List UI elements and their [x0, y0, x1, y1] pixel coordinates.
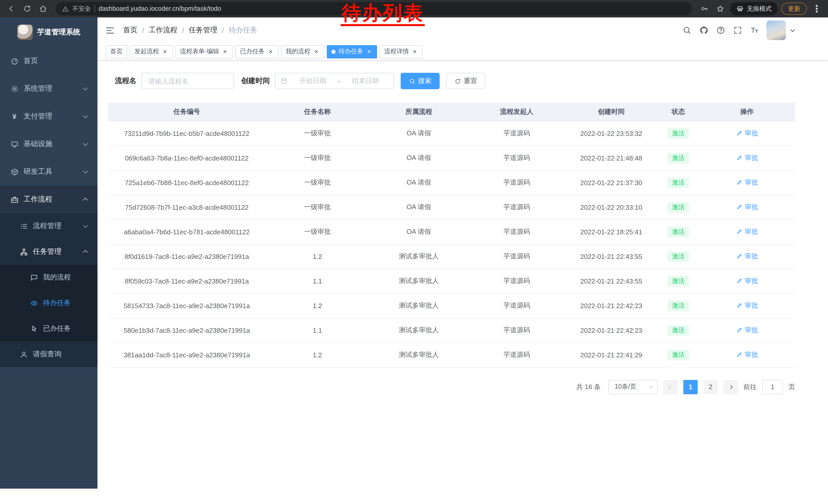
home-icon[interactable]: [37, 3, 49, 15]
kebab-menu-icon[interactable]: [811, 3, 823, 15]
tab-home[interactable]: 首页: [106, 45, 127, 58]
table-row: 580e1b3d-7ac8-11ec-a9e2-a2380e71991a1.1测…: [108, 318, 795, 342]
sidebar: 芋道管理系统 首页系统管理¥支付管理基础设施研发工具工作流程流程管理任务管理我的…: [0, 17, 97, 489]
cell-task-id: 73211d9d-7b9b-11ec-b5b7-acde48001122: [108, 121, 266, 146]
cell-task-name: 1.2: [266, 293, 369, 318]
tab-close-icon[interactable]: ×: [222, 48, 228, 55]
tabs-bar: 首页发起流程×流程表单-编辑×已办任务×我的流程×待办任务×流程详情×: [97, 43, 828, 60]
flow-icon: [19, 248, 28, 256]
approve-link[interactable]: 审批: [736, 301, 758, 310]
chevron-down-icon: [649, 384, 653, 388]
approve-link[interactable]: 审批: [736, 326, 758, 335]
sidebar-item-system[interactable]: 系统管理: [0, 75, 97, 102]
tab-close-icon[interactable]: ×: [267, 48, 274, 55]
breadcrumb-item[interactable]: 工作流程: [149, 26, 177, 35]
breadcrumb-separator: /: [142, 26, 144, 34]
tab-close-icon[interactable]: ×: [366, 48, 372, 55]
page-size-select[interactable]: 10条/页: [609, 380, 658, 394]
cell-task-id: a6aba0a4-7b6d-11ec-b781-acde48001122: [108, 220, 266, 244]
sidebar-item-my-process[interactable]: 我的流程: [0, 265, 97, 290]
tab-form-edit[interactable]: 流程表单-编辑×: [175, 45, 233, 58]
approve-label: 审批: [745, 252, 758, 261]
sidebar-item-label: 待办任务: [43, 299, 71, 308]
sidebar-item-home[interactable]: 首页: [0, 47, 97, 75]
tab-my-process[interactable]: 我的流程×: [281, 45, 324, 58]
tab-close-icon[interactable]: ×: [162, 48, 168, 55]
tab-start-process[interactable]: 发起流程×: [130, 45, 173, 58]
sidebar-item-task-management[interactable]: 任务管理: [0, 239, 97, 265]
cell-create-time: 2022-01-21 22:43:55: [565, 269, 658, 293]
github-icon[interactable]: [699, 26, 708, 35]
sidebar-item-payment[interactable]: ¥支付管理: [0, 102, 97, 130]
tab-close-icon[interactable]: ×: [313, 48, 320, 55]
column-header: 创建时间: [565, 102, 658, 121]
table-body: 73211d9d-7b9b-11ec-b5b7-acde48001122一级审批…: [108, 121, 795, 367]
reload-icon[interactable]: [21, 3, 33, 15]
warning-icon[interactable]: [62, 5, 69, 12]
tab-process-detail[interactable]: 流程详情×: [380, 45, 423, 58]
approve-link[interactable]: 审批: [736, 350, 758, 359]
cell-status: 激活: [658, 293, 699, 318]
cell-task-id: 8f059c03-7ac8-11ec-a9e2-a2380e71991a: [108, 269, 266, 293]
chevron-down-icon[interactable]: [791, 28, 795, 32]
sidebar-item-done-task[interactable]: 已办任务: [0, 316, 97, 341]
next-page-button[interactable]: [723, 380, 738, 394]
approve-link[interactable]: 审批: [736, 129, 758, 138]
edit-icon: [736, 179, 743, 186]
status-badge: 激活: [667, 276, 689, 286]
sidebar-item-label: 已办任务: [43, 324, 71, 333]
dashboard-icon: [10, 57, 18, 65]
back-icon[interactable]: [5, 3, 17, 15]
cursor-icon: [30, 325, 38, 333]
app-logo[interactable]: 芋道管理系统: [0, 17, 97, 47]
tab-todo-task[interactable]: 待办任务×: [327, 45, 377, 58]
user-avatar[interactable]: [767, 20, 786, 40]
prev-page-button[interactable]: [663, 380, 678, 394]
sidebar-item-todo-task[interactable]: 待办任务: [0, 290, 97, 316]
table-header-row: 任务编号任务名称所属流程流程发起人创建时间状态操作: [108, 102, 795, 121]
goto-suffix: 页: [788, 382, 795, 392]
process-name-input[interactable]: [141, 73, 234, 89]
goto-page-input[interactable]: [762, 380, 783, 394]
cell-process: OA 请假: [369, 146, 469, 170]
cell-initiator: 芋道源码: [469, 121, 565, 146]
sidebar-item-infrastructure[interactable]: 基础设施: [0, 130, 97, 158]
sidebar-item-label: 流程管理: [33, 222, 61, 231]
approve-link[interactable]: 审批: [736, 227, 758, 236]
annotation-overlay: 待办列表: [341, 3, 425, 26]
breadcrumb-item[interactable]: 首页: [123, 26, 137, 35]
tab-close-icon[interactable]: ×: [411, 48, 418, 55]
active-tab-dot: [331, 49, 335, 54]
hamburger-icon[interactable]: [105, 25, 115, 35]
fontsize-icon[interactable]: [749, 26, 759, 35]
cell-status: 激活: [658, 170, 699, 195]
tab-done-task[interactable]: 已办任务×: [236, 45, 279, 58]
approve-link[interactable]: 审批: [736, 276, 758, 286]
breadcrumb-item[interactable]: 任务管理: [189, 26, 217, 35]
reset-button[interactable]: 重置: [446, 73, 485, 89]
star-icon[interactable]: [714, 3, 727, 15]
page-button-2[interactable]: 2: [703, 380, 718, 394]
sidebar-item-leave-query[interactable]: 请假查询: [0, 341, 97, 367]
cell-initiator: 芋道源码: [469, 220, 565, 244]
app-title: 芋道管理系统: [37, 28, 80, 37]
question-icon[interactable]: [716, 26, 726, 35]
search-icon[interactable]: [682, 26, 692, 35]
sidebar-item-process-management[interactable]: 流程管理: [0, 213, 97, 239]
key-icon[interactable]: [698, 3, 710, 15]
approve-label: 审批: [745, 129, 758, 138]
sidebar-item-devtools[interactable]: 研发工具: [0, 158, 97, 186]
fullscreen-icon[interactable]: [733, 26, 742, 35]
approve-link[interactable]: 审批: [736, 252, 758, 261]
tab-label: 流程详情: [384, 47, 409, 56]
approve-link[interactable]: 审批: [736, 153, 758, 163]
approve-link[interactable]: 审批: [736, 178, 758, 187]
cell-initiator: 芋道源码: [469, 170, 565, 195]
sidebar-item-workflow[interactable]: 工作流程: [0, 186, 97, 213]
date-range-picker[interactable]: 开始日期 - 结束日期: [275, 73, 394, 89]
update-button[interactable]: 更新: [781, 3, 807, 15]
cell-status: 激活: [658, 220, 699, 244]
search-button[interactable]: 搜索: [401, 73, 440, 89]
approve-link[interactable]: 审批: [736, 202, 758, 212]
page-button-1[interactable]: 1: [683, 380, 698, 394]
